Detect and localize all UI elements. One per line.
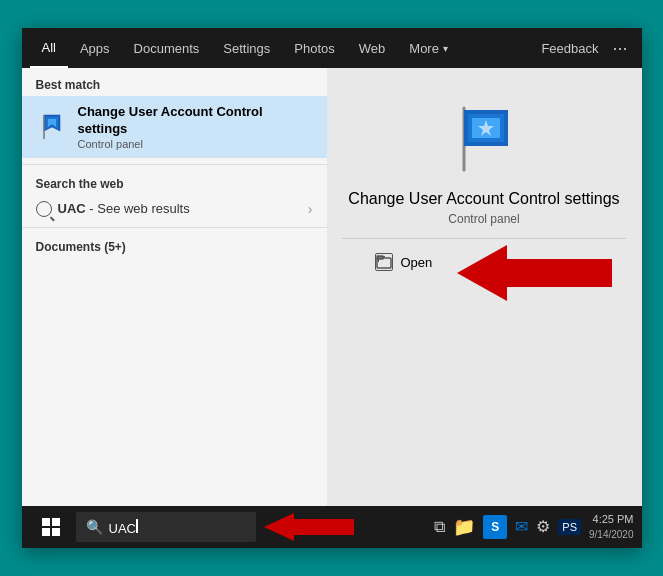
feedback-label[interactable]: Feedback (533, 41, 606, 56)
arrow-head (457, 245, 507, 301)
text-cursor (136, 519, 138, 533)
open-button[interactable]: Open (367, 249, 441, 275)
red-arrow (457, 245, 612, 301)
tab-all[interactable]: All (30, 28, 68, 68)
divider (22, 164, 327, 165)
taskbar: 🔍 UAC ⧉ 📁 S ✉ (22, 506, 642, 548)
flag-icon (38, 113, 66, 141)
taskbar-red-arrow (264, 513, 354, 541)
search-web-label: Search the web (22, 169, 327, 195)
taskbar-search[interactable]: 🔍 UAC (76, 512, 256, 542)
tab-documents[interactable]: Documents (122, 28, 212, 68)
search-icon (36, 201, 52, 217)
windows-logo-icon (42, 518, 60, 536)
tab-more[interactable]: More ▾ (397, 28, 460, 68)
open-label: Open (401, 255, 433, 270)
tab-settings[interactable]: Settings (211, 28, 282, 68)
right-panel: Change User Account Control settings Con… (327, 68, 642, 506)
more-chevron-icon: ▾ (443, 43, 448, 54)
tab-photos[interactable]: Photos (282, 28, 346, 68)
app-title: Change User Account Control settings (348, 190, 619, 208)
store-button[interactable]: S (483, 515, 507, 539)
mail-button[interactable]: ✉ (515, 517, 528, 536)
chevron-right-icon: › (308, 201, 313, 217)
separator (342, 238, 626, 239)
taskbar-search-icon: 🔍 (86, 519, 103, 535)
app-icon-large (444, 98, 524, 178)
task-view-button[interactable]: ⧉ (434, 518, 445, 536)
powershell-button[interactable]: PS (558, 519, 581, 535)
documents-label: Documents (5+) (22, 232, 327, 258)
tab-apps[interactable]: Apps (68, 28, 122, 68)
search-window: All Apps Documents Settings Photos Web M… (22, 28, 642, 548)
start-button[interactable] (30, 506, 72, 548)
search-query: UAC (58, 201, 86, 216)
left-panel: Best match Change User Account Control s… (22, 68, 327, 506)
content-area: Best match Change User Account Control s… (22, 68, 642, 506)
taskbar-search-text: UAC (109, 519, 138, 536)
app-subtitle: Control panel (448, 212, 519, 226)
tab-web[interactable]: Web (347, 28, 398, 68)
svg-rect-9 (377, 258, 391, 268)
file-explorer-button[interactable]: 📁 (453, 516, 475, 538)
best-match-subtitle: Control panel (78, 138, 313, 150)
svg-rect-10 (377, 256, 383, 259)
uac-icon (36, 111, 68, 143)
more-options-button[interactable]: ··· (606, 38, 633, 59)
best-match-item[interactable]: Change User Account Control settings Con… (22, 96, 327, 158)
divider2 (22, 227, 327, 228)
best-match-title: Change User Account Control settings (78, 104, 313, 138)
clock: 4:25 PM 9/14/2020 (589, 512, 634, 541)
nav-bar: All Apps Documents Settings Photos Web M… (22, 28, 642, 68)
taskbar-icons: ⧉ 📁 S ✉ ⚙ PS 4:25 PM 9/14/2020 (434, 512, 633, 541)
arrow-body (507, 259, 612, 287)
search-web-item[interactable]: UAC - See web results › (22, 195, 327, 223)
best-match-label: Best match (22, 68, 327, 96)
see-results-label: - See web results (89, 201, 189, 216)
best-match-text: Change User Account Control settings Con… (78, 104, 313, 150)
taskbar-arrow-body (294, 519, 354, 535)
taskbar-arrow-head (264, 513, 294, 541)
open-icon (375, 253, 393, 271)
settings-button[interactable]: ⚙ (536, 517, 550, 536)
